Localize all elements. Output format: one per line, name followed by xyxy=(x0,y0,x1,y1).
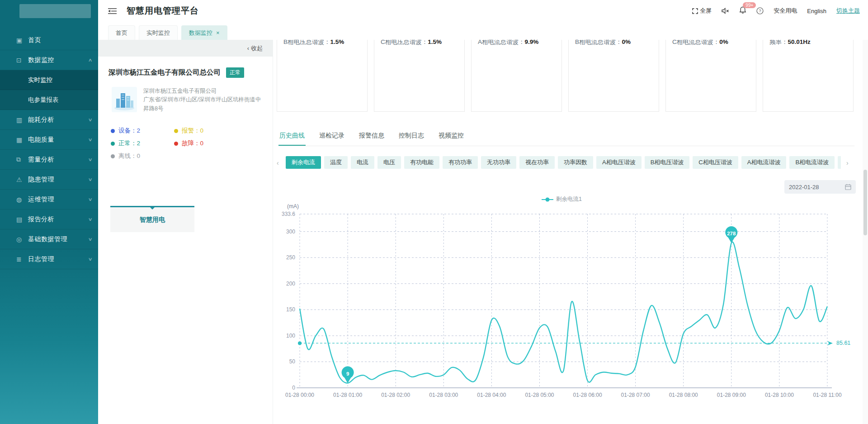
svg-text:01-28 02:00: 01-28 02:00 xyxy=(381,392,410,398)
param-chip-剩余电流[interactable]: 剩余电流 xyxy=(286,156,321,169)
sidebar-menu: ▣首页⊡数据监控∧实时监控电参量报表▥能耗分析∨▦电能质量∨⧉需量分析∨⚠隐患管… xyxy=(0,30,98,269)
tab-数据监控[interactable]: 数据监控× xyxy=(181,25,227,40)
param-chip-B相电流谐波[interactable]: B相电流谐波 xyxy=(789,156,835,169)
notifications-button[interactable]: 99+ xyxy=(739,6,746,15)
device-stats: 设备：2报警：0正常：2故障：0离线：0 xyxy=(111,127,273,160)
top-header: 智慧用电管理平台 全屏 99+ ? 安全用电 English 切换主题 xyxy=(98,0,868,22)
stat-报警: 报警：0 xyxy=(174,127,237,135)
param-chip-电流[interactable]: 电流 xyxy=(351,156,374,169)
sidebar-item-运维管理[interactable]: ◍运维管理∨ xyxy=(0,190,98,210)
sidebar-collapse-icon[interactable] xyxy=(108,8,117,14)
page-tabbar: 首页实时监控数据监控× xyxy=(98,22,868,40)
notification-count-badge: 99+ xyxy=(743,2,756,8)
tab-首页[interactable]: 首页 xyxy=(108,25,135,40)
sidebar-item-label: 首页 xyxy=(28,36,92,44)
sidebar-item-首页[interactable]: ▣首页 xyxy=(0,30,98,50)
close-icon[interactable]: × xyxy=(216,29,220,36)
energy-analysis-icon: ▥ xyxy=(16,116,28,124)
detail-tab-视频监控[interactable]: 视频监控 xyxy=(438,130,465,146)
param-chip-A相电流谐波[interactable]: A相电流谐波 xyxy=(741,156,787,169)
help-button[interactable]: ? xyxy=(756,7,764,14)
tab-实时监控[interactable]: 实时监控 xyxy=(139,25,178,40)
panel-collapse-button[interactable]: ‹ 收起 xyxy=(98,40,273,57)
sidebar-subitem-电参量报表[interactable]: 电参量报表 xyxy=(0,90,98,110)
tab-label: 数据监控 xyxy=(189,29,212,37)
data-monitor-icon: ⊡ xyxy=(16,57,28,64)
chips-scroll-right-icon[interactable]: › xyxy=(846,159,849,167)
sidebar: ▣首页⊡数据监控∧实时监控电参量报表▥能耗分析∨▦电能质量∨⧉需量分析∨⚠隐患管… xyxy=(0,0,98,424)
safety-mode-label[interactable]: 安全用电 xyxy=(774,7,797,15)
date-picker[interactable]: 2022-01-28 xyxy=(784,180,856,194)
param-chip-有功功率[interactable]: 有功功率 xyxy=(443,156,478,169)
svg-text:250: 250 xyxy=(286,254,295,261)
smart-electricity-platform: ▣首页⊡数据监控∧实时监控电参量报表▥能耗分析∨▦电能质量∨⧉需量分析∨⚠隐患管… xyxy=(0,0,868,424)
company-panel: ‹ 收起 深圳市杨江五金电子有限公司总公司 正常 深圳市杨江五金电子有限公司 广… xyxy=(98,40,273,424)
svg-text:?: ? xyxy=(759,9,761,13)
sidebar-item-label: 能耗分析 xyxy=(28,116,89,124)
detail-tab-巡检记录[interactable]: 巡检记录 xyxy=(318,130,345,146)
sidebar-item-日志管理[interactable]: ≣日志管理∨ xyxy=(0,249,98,269)
scrollbar-thumb[interactable] xyxy=(863,170,867,235)
mute-button[interactable] xyxy=(722,8,729,14)
demand-analysis-icon: ⧉ xyxy=(16,156,28,163)
vertical-scrollbar xyxy=(863,31,868,424)
base-data-icon: ◎ xyxy=(16,236,28,243)
svg-text:01-28 00:00: 01-28 00:00 xyxy=(285,392,314,398)
sidebar-item-需量分析[interactable]: ⧉需量分析∨ xyxy=(0,150,98,170)
param-chip-无功功率[interactable]: 无功功率 xyxy=(481,156,516,169)
svg-text:50: 50 xyxy=(289,358,296,365)
sidebar-item-label: 日志管理 xyxy=(28,255,89,263)
parameter-chips: 剩余电流温度电流电压有功电能有功功率无功功率视在功率功率因数A相电压谐波B相电压… xyxy=(286,156,841,169)
stat-dot xyxy=(111,154,115,158)
residual-current-chart[interactable]: 01-28 00:0001-28 01:0001-28 02:0001-28 0… xyxy=(273,195,861,407)
param-chip-温度[interactable]: 温度 xyxy=(324,156,348,169)
question-icon: ? xyxy=(756,7,764,14)
tab-label: 实时监控 xyxy=(146,29,170,37)
sidebar-item-数据监控[interactable]: ⊡数据监控∧ xyxy=(0,50,98,70)
param-chip-视在功率[interactable]: 视在功率 xyxy=(519,156,555,169)
sidebar-subitem-实时监控[interactable]: 实时监控 xyxy=(0,70,98,90)
chevron-down-icon: ∨ xyxy=(88,177,92,182)
param-chip-C相电流谐波[interactable]: C相电流谐波 xyxy=(838,156,841,169)
param-chip-功率因数[interactable]: 功率因数 xyxy=(558,156,593,169)
param-chip-有功电能[interactable]: 有功电能 xyxy=(404,156,439,169)
detail-tab-历史曲线[interactable]: 历史曲线 xyxy=(278,130,306,146)
header-actions: 全屏 99+ ? 安全用电 English 切换主题 xyxy=(692,0,860,22)
sidebar-item-label: 运维管理 xyxy=(28,195,89,204)
company-title: 深圳市杨江五金电子有限公司总公司 xyxy=(108,68,221,77)
sidebar-item-基础数据管理[interactable]: ◎基础数据管理∨ xyxy=(0,229,98,249)
stat-离线: 离线：0 xyxy=(111,152,174,160)
tab-label: 首页 xyxy=(116,29,127,37)
param-chip-电压[interactable]: 电压 xyxy=(377,156,401,169)
param-chip-B相电压谐波[interactable]: B相电压谐波 xyxy=(645,156,690,169)
tab-smart-electricity[interactable]: 智慧用电 xyxy=(110,206,194,232)
param-chip-C相电压谐波[interactable]: C相电压谐波 xyxy=(693,156,738,169)
theme-switch-link[interactable]: 切换主题 xyxy=(836,7,860,15)
power-quality-icon: ▦ xyxy=(16,136,28,143)
metric-card: A相电流总谐波：9.9% xyxy=(471,32,562,112)
log-icon: ≣ xyxy=(16,256,28,263)
param-chip-A相电压谐波[interactable]: A相电压谐波 xyxy=(596,156,642,169)
detail-tab-控制日志[interactable]: 控制日志 xyxy=(398,130,425,146)
svg-text:01-28 11:00: 01-28 11:00 xyxy=(813,392,841,398)
metric-card: 频率：50.01Hz xyxy=(763,32,854,112)
chevron-down-icon: ∨ xyxy=(88,137,92,142)
hazard-icon: ⚠ xyxy=(16,176,28,183)
status-badge: 正常 xyxy=(226,67,244,78)
sidebar-item-label: 数据监控 xyxy=(28,56,89,64)
sidebar-item-隐患管理[interactable]: ⚠隐患管理∨ xyxy=(0,170,98,190)
metric-card: B相电流总谐波：0% xyxy=(568,32,659,112)
stat-label: 报警：0 xyxy=(182,127,203,135)
calendar-icon xyxy=(845,184,851,190)
sidebar-item-电能质量[interactable]: ▦电能质量∨ xyxy=(0,130,98,150)
metric-card: B相电压总谐波：1.5% xyxy=(277,32,368,112)
language-switch[interactable]: English xyxy=(807,8,826,14)
stat-label: 正常：2 xyxy=(118,139,140,148)
chips-scroll-left-icon[interactable]: ‹ xyxy=(277,159,279,167)
sidebar-item-报告分析[interactable]: ▤报告分析∨ xyxy=(0,210,98,229)
detail-tabs: 历史曲线巡检记录报警信息控制日志视频监控 xyxy=(278,130,854,146)
fullscreen-button[interactable]: 全屏 xyxy=(692,7,712,15)
sidebar-item-能耗分析[interactable]: ▥能耗分析∨ xyxy=(0,110,98,130)
detail-tab-报警信息[interactable]: 报警信息 xyxy=(358,130,385,146)
svg-text:200: 200 xyxy=(286,281,295,287)
